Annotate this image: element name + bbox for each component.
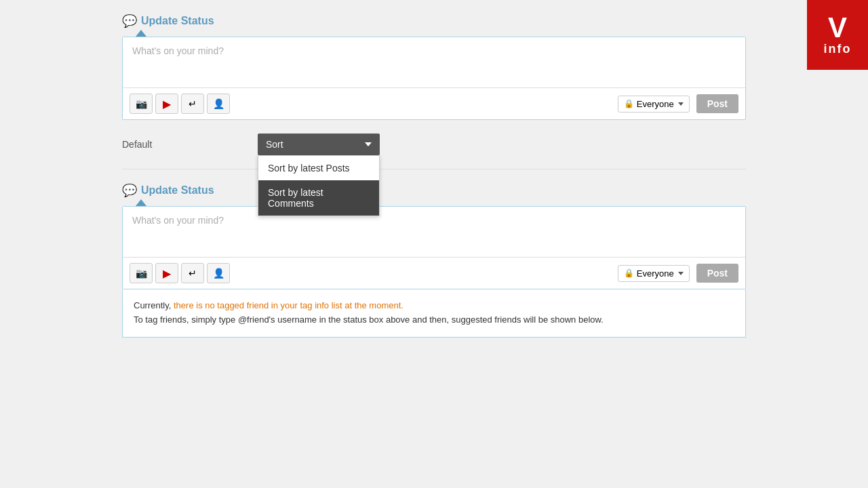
sort-section: Default Sort Sort by latest Posts Sort b… [122, 134, 746, 155]
status-textarea-1[interactable] [123, 37, 745, 85]
divider [122, 169, 746, 169]
caret-up-1 [136, 30, 146, 37]
camera-icon-2: 📷 [136, 268, 147, 279]
status-toolbar-2: 📷 ▶ ↵ 👤 🔒 Everyone Post [123, 257, 745, 289]
sort-dropdown-menu: Sort by latest Posts Sort by latest Comm… [258, 155, 380, 216]
logo-v: V [828, 14, 847, 42]
status-toolbar-1: 📷 ▶ ↵ 👤 🔒 Everyone Post [123, 87, 745, 119]
privacy-caret-1 [678, 102, 684, 106]
logo-info: info [824, 42, 852, 56]
privacy-dropdown-1[interactable]: 🔒 Everyone [618, 96, 690, 113]
tag-info-highlight: there is no tagged friend in your tag in… [174, 300, 403, 310]
camera-icon-1: 📷 [136, 98, 147, 109]
caret-up-2 [136, 199, 146, 206]
update-status-header-1: 💬 Update Status [122, 14, 746, 28]
checkin-icon-2: ↵ [189, 268, 197, 279]
checkin-button-1[interactable]: ↵ [181, 94, 204, 114]
update-status-section-2: 💬 Update Status 📷 ▶ ↵ 👤 [122, 183, 746, 338]
logo-badge: V info [807, 0, 868, 70]
checkin-button-2[interactable]: ↵ [181, 263, 204, 283]
youtube-icon-1: ▶ [163, 98, 171, 110]
camera-button-2[interactable]: 📷 [130, 263, 153, 283]
lock-icon-2: 🔒 [624, 268, 634, 278]
privacy-label-2: Everyone [637, 268, 674, 279]
sort-option-comments[interactable]: Sort by latest Comments [258, 180, 379, 216]
youtube-icon-2: ▶ [163, 267, 171, 280]
sort-default-label: Default [122, 134, 258, 150]
friend-icon-2: 👤 [213, 268, 224, 279]
sort-option-posts[interactable]: Sort by latest Posts [258, 156, 379, 180]
chat-icon-1: 💬 [122, 14, 137, 28]
update-status-header-2: 💬 Update Status [122, 183, 746, 198]
post-button-2[interactable]: Post [696, 264, 738, 283]
sort-button-label: Sort [266, 139, 283, 150]
lock-icon-1: 🔒 [624, 99, 634, 108]
tag-info-line1: Currently, there is no tagged friend in … [134, 299, 734, 313]
sort-dropdown-button[interactable]: Sort [258, 134, 380, 155]
post-button-1[interactable]: Post [696, 94, 738, 113]
sort-dropdown-wrapper: Sort Sort by latest Posts Sort by latest… [258, 134, 380, 155]
status-box-1: 📷 ▶ ↵ 👤 🔒 Everyone Post [122, 37, 746, 120]
tag-info-line2: To tag friends, simply type @friend's us… [134, 313, 734, 327]
status-textarea-2[interactable] [123, 207, 745, 254]
privacy-caret-2 [678, 272, 684, 275]
update-status-section-1: 💬 Update Status 📷 ▶ ↵ 👤 [122, 14, 746, 120]
chat-icon-2: 💬 [122, 183, 137, 198]
sort-caret-icon [365, 142, 372, 146]
update-status-title-1: Update Status [141, 15, 214, 27]
friend-icon-1: 👤 [213, 98, 224, 109]
tag-info-box: Currently, there is no tagged friend in … [122, 289, 746, 338]
update-status-title-2: Update Status [141, 184, 214, 197]
privacy-label-1: Everyone [637, 99, 674, 109]
checkin-icon-1: ↵ [189, 98, 197, 109]
status-box-2: 📷 ▶ ↵ 👤 🔒 Everyone Post [122, 206, 746, 289]
youtube-button-2[interactable]: ▶ [155, 263, 178, 283]
camera-button-1[interactable]: 📷 [130, 94, 153, 114]
youtube-button-1[interactable]: ▶ [155, 94, 178, 114]
friend-button-1[interactable]: 👤 [207, 94, 230, 114]
privacy-dropdown-2[interactable]: 🔒 Everyone [618, 265, 690, 282]
friend-button-2[interactable]: 👤 [207, 263, 230, 283]
